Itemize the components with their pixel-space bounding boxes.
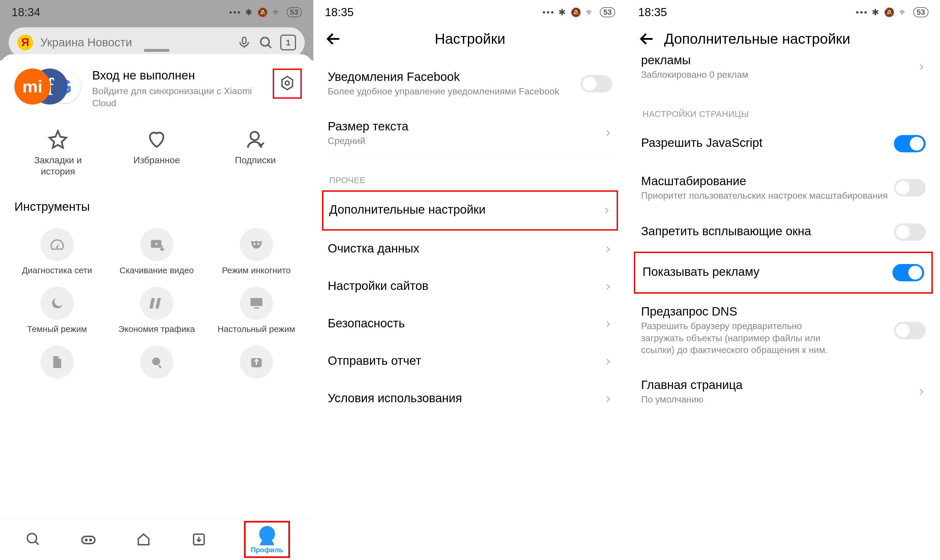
adblock-sub: Заблокировано 0 реклам [641, 69, 917, 81]
favorites[interactable]: Избранное [128, 129, 185, 177]
zoom-sub: Приоритет пользовательских настроек масш… [641, 190, 894, 202]
fb-toggle[interactable] [581, 75, 612, 92]
status-bar: 18:34 ••• ✱ 🔕 ᯤ 53 [0, 0, 313, 22]
row-terms[interactable]: Условия использования [313, 380, 627, 418]
header-title: Настройки [325, 31, 615, 47]
back-icon[interactable] [638, 30, 655, 48]
status-right: ••• ✱ 🔕 ᯤ 53 [229, 7, 302, 17]
nav-games[interactable] [78, 529, 98, 549]
row-clear-data[interactable]: Очистка данных [313, 231, 627, 268]
home-icon [135, 531, 151, 547]
search-bar[interactable]: Я Украина Новости 1 [9, 27, 305, 58]
row-report[interactable]: Отправить отчет [313, 343, 627, 380]
chevron-right-icon [917, 63, 926, 71]
nav-profile-highlight[interactable]: Профиль [244, 521, 290, 558]
row-advanced-highlight[interactable]: Дополнительные настройки [322, 190, 618, 231]
row-facebook-notifications[interactable]: Уведомления Facebook Более удобное управ… [313, 59, 627, 109]
gear-icon[interactable] [279, 75, 295, 91]
chevron-right-icon [604, 395, 612, 403]
login-subtitle: Войдите для синхронизации с Xiaomi Cloud [92, 85, 264, 109]
monitor-icon [249, 295, 265, 311]
status-icons: ••• ✱ 🔕 ᯤ [229, 7, 283, 17]
star-icon [48, 129, 68, 149]
tool-extra-2[interactable] [108, 346, 205, 378]
profile-sheet: G f mi Вход не выполнен Войдите для синх… [0, 54, 313, 560]
home-sub: По умолчанию [641, 394, 917, 406]
ads-toggle[interactable] [892, 264, 924, 281]
data-saver-icon [149, 295, 165, 311]
mic-icon[interactable] [237, 35, 251, 50]
svg-point-7 [257, 243, 259, 245]
tool-data-saver[interactable]: Экономия трафика [108, 287, 205, 334]
svg-point-3 [285, 81, 289, 85]
nav-search[interactable] [23, 529, 43, 549]
zoom-toggle[interactable] [894, 179, 926, 196]
tool-desktop-mode[interactable]: Настольный режим [208, 287, 305, 334]
search-icon[interactable] [258, 35, 273, 50]
tabs-button[interactable]: 1 [280, 35, 296, 51]
chevron-right-icon [604, 282, 612, 291]
nav-home[interactable] [134, 529, 154, 549]
svg-rect-8 [149, 298, 155, 309]
svg-point-6 [254, 243, 255, 245]
popup-title: Запретить всплывающие окна [641, 224, 894, 238]
gamepad-icon [80, 531, 97, 548]
row-zoom[interactable]: Масштабирование Приоритет пользовательск… [627, 163, 940, 213]
section-page: НАСТРОЙКИ СТРАНИЦЫ [627, 92, 940, 124]
row-popups[interactable]: Запретить всплывающие окна [627, 212, 940, 252]
file-icon [49, 354, 65, 370]
tool-download-video[interactable]: Скачивание видео [108, 228, 205, 275]
js-toggle[interactable] [894, 135, 926, 152]
svg-point-4 [250, 132, 258, 140]
row-site-settings[interactable]: Настройки сайтов [313, 268, 627, 306]
user-check-icon [245, 129, 266, 149]
svg-rect-13 [158, 365, 162, 369]
row-text-size[interactable]: Размер текста Средний [313, 109, 627, 158]
tool-incognito-label: Режим инкогнито [222, 265, 291, 275]
chevron-right-icon [604, 357, 612, 366]
login-text: Вход не выполнен Войдите для синхронизац… [92, 69, 264, 109]
moon-icon [49, 295, 65, 311]
nav-downloads[interactable] [189, 529, 209, 549]
login-row[interactable]: G f mi Вход не выполнен Войдите для синх… [0, 54, 313, 118]
tool-extra-3[interactable] [208, 346, 305, 378]
quick-actions: Закладки и история Избранное Подписки [0, 118, 313, 191]
row-homepage[interactable]: Главная страница По умолчанию [627, 367, 940, 417]
tool-extra-1[interactable] [9, 346, 105, 378]
fb-title: Уведомления Facebook [328, 70, 581, 84]
xiaomi-icon: mi [14, 69, 51, 105]
yandex-icon: Я [17, 35, 33, 51]
report-title: Отправить отчет [328, 354, 604, 368]
drag-handle[interactable] [144, 49, 170, 52]
bookmarks-history[interactable]: Закладки и история [29, 129, 87, 177]
tool-incognito[interactable]: Режим инкогнито [208, 228, 305, 275]
tool-download-label: Скачивание видео [120, 265, 194, 275]
row-adblock[interactable]: рекламы Заблокировано 0 реклам [627, 53, 940, 92]
row-security[interactable]: Безопасность [313, 306, 627, 343]
popup-toggle[interactable] [894, 223, 926, 241]
terms-title: Условия использования [328, 391, 604, 405]
svg-point-18 [90, 539, 91, 541]
status-right: ••• ✱ 🔕 ᯤ 53 [856, 7, 928, 17]
section-other: ПРОЧЕЕ [313, 158, 627, 190]
adblock-title: рекламы [641, 53, 917, 67]
home-title: Главная страница [641, 378, 917, 392]
chevron-right-icon [604, 320, 612, 329]
textsize-value: Средний [328, 135, 604, 147]
svg-point-15 [28, 533, 37, 542]
row-dns[interactable]: Предзапрос DNS Разрешить браузеру предва… [627, 294, 940, 367]
subscriptions[interactable]: Подписки [227, 129, 284, 177]
tool-dark-mode[interactable]: Темный режим [9, 287, 105, 334]
screen-profile: 18:34 ••• ✱ 🔕 ᯤ 53 Я Украина Новости 1 G… [0, 0, 313, 560]
chevron-right-icon [604, 245, 612, 254]
row-javascript[interactable]: Разрешить JavaScript [627, 124, 940, 163]
status-right: ••• ✱ 🔕 ᯤ 53 [543, 7, 615, 17]
subs-label: Подписки [235, 155, 276, 166]
dns-toggle[interactable] [894, 322, 926, 339]
status-time: 18:34 [12, 6, 40, 19]
download-box-icon [191, 531, 207, 547]
tool-network-diag[interactable]: Диагностика сети [9, 228, 105, 275]
row-show-ads-highlight[interactable]: Показывать рекламу [634, 252, 933, 294]
svg-point-17 [86, 539, 87, 541]
svg-rect-10 [250, 298, 262, 306]
